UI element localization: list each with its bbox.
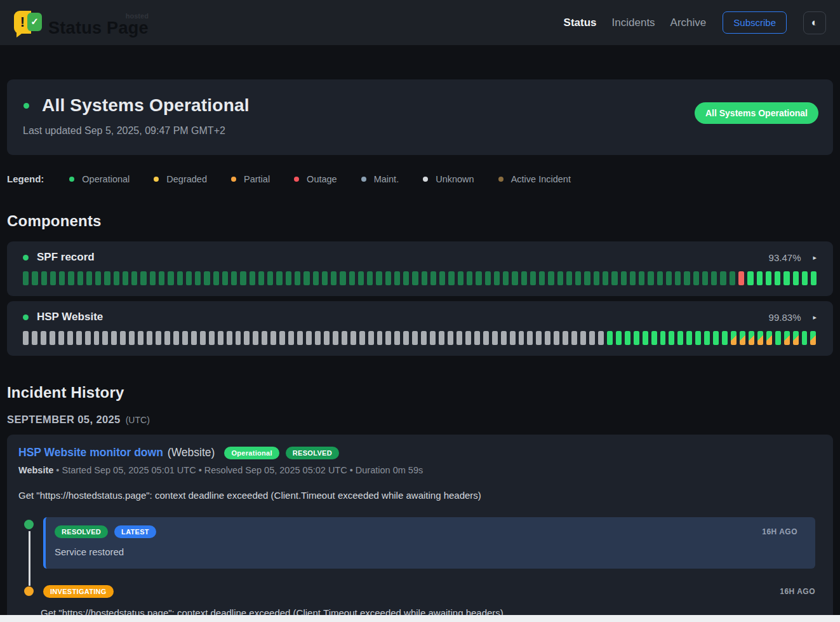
- uptime-bar: [492, 331, 498, 345]
- uptime-bar: [530, 271, 536, 285]
- uptime-bar: [527, 331, 533, 345]
- uptime-bar: [147, 331, 152, 345]
- uptime-bar: [503, 271, 509, 285]
- uptime-bar: [421, 331, 427, 345]
- uptime-bar: [403, 331, 409, 345]
- latest-badge: LATEST: [114, 525, 156, 538]
- uptime-bar: [270, 331, 276, 345]
- nav-status[interactable]: Status: [564, 17, 597, 29]
- uptime-bar: [41, 331, 46, 345]
- subscribe-button[interactable]: Subscribe: [723, 11, 787, 34]
- uptime-bar: [693, 271, 699, 285]
- uptime-bar: [783, 271, 789, 285]
- uptime-bar: [749, 331, 754, 345]
- uptime-bar: [630, 271, 636, 285]
- uptime-bar: [757, 331, 763, 345]
- uptime-bar: [784, 331, 790, 345]
- uptime-bar: [607, 331, 613, 345]
- incident-title-link[interactable]: HSP Website monitor down: [18, 446, 163, 459]
- logo[interactable]: ! ✓ hosted Status Page: [14, 9, 149, 37]
- uptime-bar: [603, 271, 608, 285]
- component-card-spf-record[interactable]: SPF record 93.47% ▸: [7, 241, 833, 296]
- legend-dot: [294, 177, 299, 182]
- incident-resolved-badge: RESOLVED: [286, 447, 339, 459]
- uptime-bar: [23, 331, 29, 345]
- uptime-bar: [648, 271, 653, 285]
- uptime-bar: [191, 331, 197, 345]
- uptime-bar: [324, 331, 330, 345]
- uptime-bar: [236, 331, 241, 345]
- theme-toggle-button[interactable]: ◐: [803, 11, 826, 34]
- uptime-bar: [41, 271, 47, 285]
- incident-date-timezone: (UTC): [126, 415, 150, 425]
- uptime-bar: [377, 331, 383, 345]
- nav-archive[interactable]: Archive: [670, 17, 707, 29]
- uptime-bar: [539, 271, 545, 285]
- uptime-bar: [295, 271, 300, 285]
- uptime-bar: [695, 331, 701, 345]
- uptime-bar: [231, 271, 237, 285]
- uptime-bar: [458, 271, 463, 285]
- uptime-bar: [412, 331, 418, 345]
- component-status-dot: [23, 314, 29, 320]
- uptime-bar: [439, 271, 445, 285]
- legend-dot: [231, 177, 236, 182]
- legend-item: Partial: [231, 174, 270, 184]
- uptime-bar: [476, 271, 481, 285]
- uptime-bar: [684, 271, 690, 285]
- uptime-bar: [621, 271, 627, 285]
- uptime-bar: [385, 271, 391, 285]
- uptime-bar: [350, 331, 356, 345]
- uptime-bar: [731, 331, 737, 345]
- legend-item-label: Degraded: [166, 174, 207, 184]
- uptime-bar: [340, 271, 345, 285]
- investigating-status-dot: [24, 586, 34, 596]
- uptime-bar: [250, 271, 255, 285]
- uptime-bar: [104, 271, 110, 285]
- uptime-bar: [677, 331, 683, 345]
- uptime-bar: [422, 271, 427, 285]
- nav-incidents[interactable]: Incidents: [612, 17, 655, 29]
- update-timestamp: 16H AGO: [780, 587, 815, 596]
- uptime-bar: [177, 271, 183, 285]
- uptime-bar: [59, 271, 65, 285]
- uptime-bar: [557, 271, 563, 285]
- uptime-bar: [156, 331, 161, 345]
- uptime-bar: [168, 271, 173, 285]
- uptime-bar: [575, 271, 581, 285]
- uptime-bar: [403, 271, 409, 285]
- uptime-bar: [616, 331, 622, 345]
- legend-item: Maint.: [361, 174, 399, 184]
- uptime-bar: [448, 271, 454, 285]
- expand-chevron-icon[interactable]: ▸: [813, 254, 817, 262]
- uptime-bar: [711, 271, 717, 285]
- uptime-bar: [303, 271, 309, 285]
- uptime-bar: [722, 331, 728, 345]
- uptime-bar: [666, 271, 672, 285]
- overall-status-banner: All Systems Operational Last updated Sep…: [7, 79, 833, 155]
- legend-dot: [154, 177, 159, 182]
- expand-chevron-icon[interactable]: ▸: [813, 313, 817, 321]
- uptime-bar: [32, 271, 37, 285]
- uptime-bar: [138, 331, 143, 345]
- uptime-bar: [333, 331, 338, 345]
- uptime-bar: [566, 271, 572, 285]
- uptime-bar: [76, 331, 82, 345]
- uptime-bar: [512, 271, 517, 285]
- logo-title: Status Page: [48, 20, 149, 37]
- uptime-bar: [483, 331, 489, 345]
- uptime-bar: [584, 271, 590, 285]
- uptime-bar: [342, 331, 347, 345]
- uptime-bar: [412, 271, 418, 285]
- uptime-bar: [589, 331, 595, 345]
- uptime-bar: [385, 331, 391, 345]
- uptime-bar: [571, 331, 577, 345]
- uptime-bar: [545, 331, 550, 345]
- components-heading: Components: [7, 212, 833, 230]
- uptime-bar: [536, 331, 542, 345]
- component-card-hsp-website[interactable]: HSP Website 99.83% ▸: [7, 301, 833, 356]
- uptime-bar: [349, 271, 355, 285]
- legend-dot: [498, 177, 503, 182]
- uptime-bar: [704, 331, 710, 345]
- uptime-bar: [793, 271, 799, 285]
